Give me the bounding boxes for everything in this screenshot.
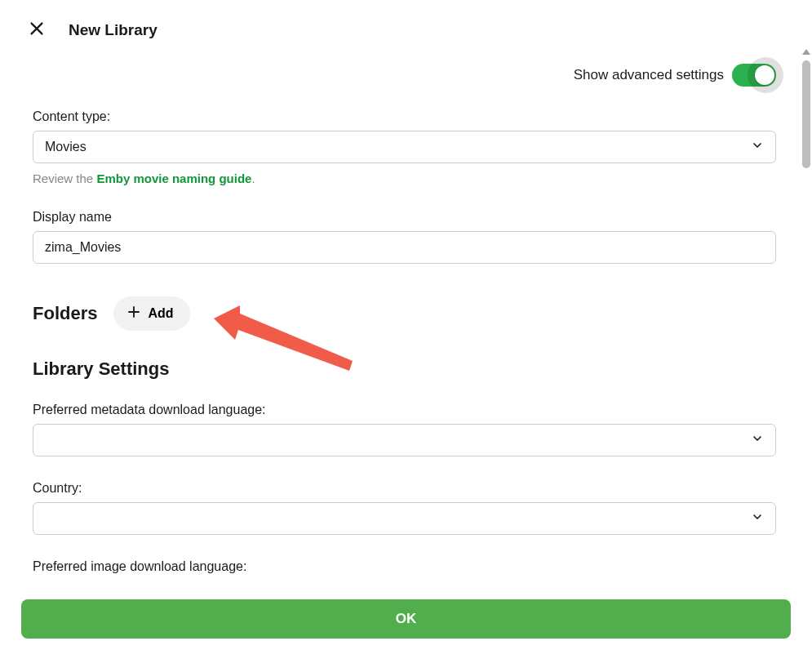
display-name-value: zima_Movies	[45, 240, 121, 255]
display-name-input[interactable]: zima_Movies	[33, 231, 776, 264]
dialog-title: New Library	[69, 21, 158, 39]
country-select[interactable]	[33, 502, 776, 535]
pref-image-lang-label: Preferred image download language:	[33, 559, 776, 574]
scrollbar-up-arrow[interactable]	[802, 49, 810, 55]
plus-icon	[126, 305, 141, 323]
chevron-down-icon	[751, 510, 764, 527]
display-name-label: Display name	[33, 210, 776, 225]
folders-heading: Folders	[33, 303, 97, 324]
content-type-label: Content type:	[33, 109, 776, 124]
dialog-body[interactable]: Show advanced settings Content type: Mov…	[0, 49, 801, 586]
pref-metadata-lang-label: Preferred metadata download language:	[33, 403, 776, 417]
content-type-select[interactable]: Movies	[33, 131, 776, 163]
ok-button[interactable]: OK	[21, 599, 791, 639]
pref-metadata-lang-select[interactable]	[33, 424, 776, 456]
toggle-knob	[755, 65, 774, 85]
country-label: Country:	[33, 481, 776, 496]
chevron-down-icon	[751, 139, 764, 155]
advanced-settings-label: Show advanced settings	[574, 67, 724, 83]
advanced-settings-toggle[interactable]	[732, 64, 776, 87]
content-type-helper: Review the Emby movie naming guide.	[33, 171, 776, 185]
helper-suffix: .	[251, 171, 255, 185]
helper-prefix: Review the	[33, 171, 96, 185]
close-icon	[28, 20, 46, 40]
close-button[interactable]	[24, 16, 49, 43]
naming-guide-link[interactable]: Emby movie naming guide	[96, 171, 251, 185]
library-settings-heading: Library Settings	[33, 358, 776, 380]
add-folder-button[interactable]: Add	[113, 296, 189, 331]
add-folder-label: Add	[148, 306, 173, 321]
chevron-down-icon	[751, 432, 764, 448]
scrollbar-thumb[interactable]	[802, 60, 810, 168]
content-type-value: Movies	[45, 140, 87, 154]
